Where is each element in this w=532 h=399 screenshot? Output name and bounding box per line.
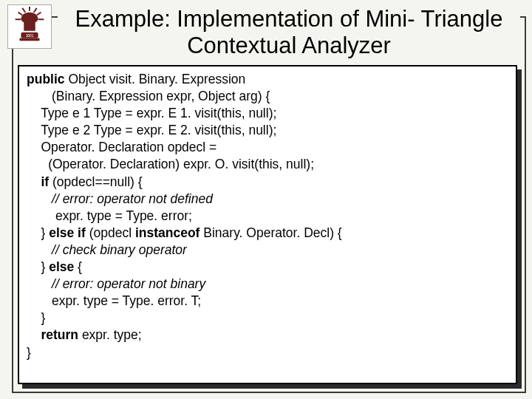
- university-logo: 1801: [7, 4, 52, 49]
- svg-rect-2: [19, 38, 39, 41]
- kw-instanceof: instanceof: [135, 225, 200, 240]
- code-listing: public Object visit. Binary. Expression …: [18, 65, 517, 384]
- kw-public: public: [27, 72, 65, 86]
- slide-title: Example: Implementation of Mini- Triangl…: [58, 6, 520, 58]
- kw-else-if: else if: [49, 225, 86, 240]
- kw-return: return: [41, 327, 78, 342]
- comment: // check binary operator: [52, 242, 187, 257]
- comment: // error: operator not binary: [52, 276, 205, 291]
- svg-text:1801: 1801: [26, 34, 34, 38]
- kw-if: if: [41, 174, 49, 189]
- comment: // error: operator not defined: [52, 191, 213, 206]
- kw-else: else: [49, 259, 74, 274]
